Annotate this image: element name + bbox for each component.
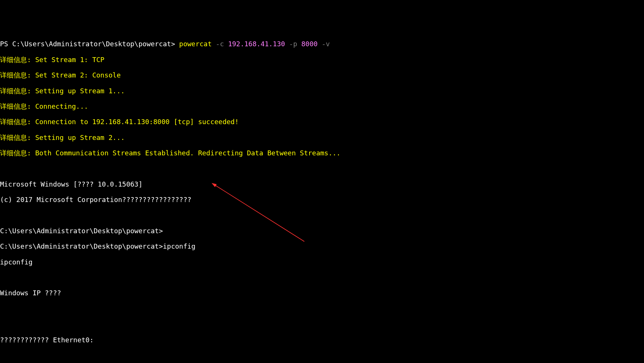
blank-line <box>0 320 644 328</box>
flag-p: -p <box>285 40 298 48</box>
blank-line <box>0 212 644 220</box>
cmd-powercat: powercat <box>179 40 212 48</box>
arg-port: 8000 <box>297 40 317 48</box>
blank-line <box>0 352 644 360</box>
cmd-prompt-ipconfig: C:\Users\Administrator\Desktop\powercat>… <box>0 243 644 251</box>
blank-line <box>0 165 644 173</box>
flag-c: -c <box>212 40 224 48</box>
ps-prompt: PS C:\Users\Administrator\Desktop\powerc… <box>0 40 179 48</box>
verbose-line: 详细信息: Set Stream 2: Console <box>0 71 644 79</box>
ipconfig-echo: ipconfig <box>0 258 644 266</box>
blank-line <box>0 274 644 282</box>
verbose-line: 详细信息: Both Communication Streams Establi… <box>0 149 644 157</box>
blank-line <box>0 305 644 313</box>
verbose-line: 详细信息: Setting up Stream 1... <box>0 87 644 95</box>
verbose-line: 详细信息: Connection to 192.168.41.130:8000 … <box>0 118 644 126</box>
verbose-line: 详细信息: Set Stream 1: TCP <box>0 56 644 64</box>
ms-copyright: (c) 2017 Microsoft Corporation??????????… <box>0 196 644 204</box>
cmd-prompt: C:\Users\Administrator\Desktop\powercat> <box>0 227 644 235</box>
ms-version: Microsoft Windows [???? 10.0.15063] <box>0 181 644 188</box>
command-line: PS C:\Users\Administrator\Desktop\powerc… <box>0 40 644 48</box>
arg-target: 192.168.41.130 <box>224 40 285 48</box>
terminal-output[interactable]: PS C:\Users\Administrator\Desktop\powerc… <box>0 33 644 363</box>
verbose-line: 详细信息: Setting up Stream 2... <box>0 134 644 142</box>
adapter-ethernet0: ???????????? Ethernet0: <box>0 336 644 344</box>
verbose-line: 详细信息: Connecting... <box>0 103 644 111</box>
windows-ip-header: Windows IP ???? <box>0 289 644 297</box>
flag-v: -v <box>317 40 330 48</box>
